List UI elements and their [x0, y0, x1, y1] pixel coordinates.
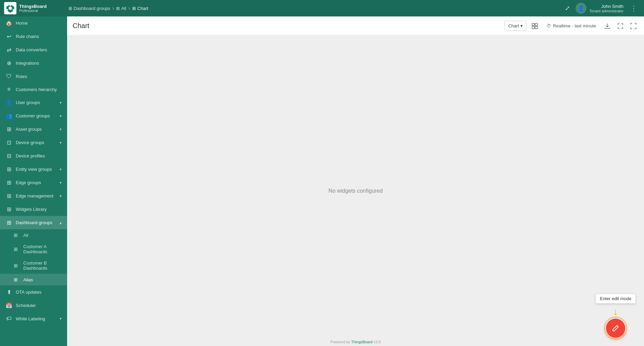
chart-dropdown-arrow-icon: ▾	[520, 23, 523, 28]
sidebar-item-device-groups[interactable]: ⊡ Device groups ▾	[0, 136, 67, 149]
app-body: 🏠 Home ↩ Rule chains ⇄ Data converters ⊕…	[0, 16, 644, 346]
chart-dropdown-label: Chart	[508, 23, 519, 28]
dashboard-area: No widgets configured Enter edit mode ↓ …	[67, 36, 644, 346]
sidebar-item-data-converters[interactable]: ⇄ Data converters	[0, 43, 67, 56]
breadcrumb: ⊞ Dashboard groups › ⊞ All › ⊞ Chart	[68, 5, 561, 11]
customer-groups-chevron: ▾	[60, 114, 62, 118]
scheduler-icon: 📅	[5, 302, 12, 309]
sidebar-item-customers-hierarchy-label: Customers hierarchy	[16, 87, 62, 92]
avatar: 👤	[576, 3, 586, 14]
svg-point-3	[13, 9, 14, 11]
sidebar-item-edge-groups[interactable]: ⊞ Edge groups ▾	[0, 176, 67, 189]
sidebar-item-user-groups-label: User groups	[16, 100, 56, 105]
sidebar-item-integrations[interactable]: ⊕ Integrations	[0, 56, 67, 70]
sidebar-item-entity-view-groups[interactable]: ⊞ Entity view groups ▾	[0, 163, 67, 176]
device-groups-chevron: ▾	[60, 140, 62, 145]
sidebar-subitem-customer-b[interactable]: ⊞ Customer B Dashboards	[0, 257, 67, 274]
sidebar-item-edge-management[interactable]: ⊞ Edge management ▾	[0, 189, 67, 203]
sidebar-item-ota-updates[interactable]: ⬆ OTA updates	[0, 285, 67, 299]
sidebar-item-entity-view-groups-label: Entity view groups	[16, 167, 56, 172]
edge-management-icon: ⊞	[5, 193, 12, 199]
sidebar-item-customers-hierarchy[interactable]: ≡ Customers hierarchy	[0, 83, 67, 96]
no-widgets-message: No widgets configured	[328, 188, 382, 194]
fab-container: Enter edit mode ↓	[595, 294, 636, 338]
sidebar-item-customer-groups-label: Customer groups	[16, 113, 56, 118]
asset-groups-chevron: ▾	[60, 127, 62, 132]
fit-screen-btn[interactable]	[615, 21, 626, 31]
entity-view-groups-icon: ⊞	[5, 166, 12, 172]
sidebar-subitem-alias[interactable]: ⊞ Alias	[0, 274, 67, 285]
sidebar-item-customer-groups[interactable]: 👥 Customer groups ▾	[0, 109, 67, 123]
sidebar-item-scheduler[interactable]: 📅 Scheduler	[0, 299, 67, 312]
svg-point-2	[10, 4, 11, 6]
chart-icon: ⊞	[132, 6, 136, 11]
ota-updates-icon: ⬆	[5, 289, 12, 295]
entity-view-groups-chevron: ▾	[60, 167, 62, 172]
sidebar-item-dashboard-groups[interactable]: ⊞ Dashboard groups ▴	[0, 216, 67, 229]
sidebar-item-asset-groups-label: Asset groups	[16, 127, 56, 132]
sidebar-item-home[interactable]: 🏠 Home	[0, 16, 67, 30]
breadcrumb-chart[interactable]: ⊞ Chart	[132, 6, 148, 11]
device-profiles-icon: ⊟	[5, 153, 12, 159]
sidebar-item-asset-groups[interactable]: ⊞ Asset groups ▾	[0, 123, 67, 136]
sidebar-item-white-labeling[interactable]: 🏷 White Labeling ▾	[0, 312, 67, 325]
sidebar-item-device-profiles-label: Device profiles	[16, 153, 62, 158]
user-area[interactable]: 👤 John Smith Tenant administrator	[576, 3, 623, 14]
data-converters-icon: ⇄	[5, 47, 12, 53]
fab-tooltip: Enter edit mode	[595, 294, 636, 304]
realtime-label: Realtime - last minute	[553, 23, 596, 28]
sidebar-item-rule-chains[interactable]: ↩ Rule chains	[0, 30, 67, 43]
svg-rect-7	[532, 26, 534, 29]
sidebar-item-dashboard-groups-label: Dashboard groups	[16, 220, 56, 225]
fab-edit-btn[interactable]	[606, 319, 625, 338]
dashboard-groups-chevron: ▴	[60, 220, 62, 225]
sidebar-subitem-all-label: All	[23, 233, 28, 238]
user-info: John Smith Tenant administrator	[589, 4, 623, 13]
sidebar-item-user-groups[interactable]: 👤 User groups ▾	[0, 96, 67, 109]
main-content: Chart Chart ▾ ⏱ Realtime - last mi	[67, 16, 644, 346]
app-name: ThingsBoard	[19, 4, 47, 9]
fab-arrow-icon: ↓	[613, 306, 618, 317]
roles-icon: 🛡	[5, 73, 12, 79]
sidebar-item-scheduler-label: Scheduler	[16, 303, 62, 308]
download-btn[interactable]	[602, 21, 613, 31]
logo-area: ThingsBoard Professional	[4, 2, 66, 14]
fullscreen-btn[interactable]	[628, 21, 639, 31]
sidebar-item-edge-groups-label: Edge groups	[16, 180, 56, 185]
sidebar-item-rule-chains-label: Rule chains	[16, 34, 62, 39]
sidebar-item-roles-label: Roles	[16, 74, 62, 79]
breadcrumb-sep-2: ›	[128, 5, 130, 11]
all-icon: ⊞	[116, 6, 120, 11]
svg-point-4	[7, 9, 8, 11]
dashboard-groups-icon: ⊞	[5, 219, 12, 226]
user-groups-icon: 👤	[5, 99, 12, 106]
sidebar-subitem-all[interactable]: ⊞ All	[0, 229, 67, 241]
customers-hierarchy-icon: ≡	[5, 86, 12, 92]
breadcrumb-dashboard-groups-label: Dashboard groups	[74, 6, 110, 11]
footer-suffix: v3.0	[372, 340, 381, 344]
sidebar-subitem-alias-label: Alias	[23, 277, 33, 282]
sidebar-item-device-profiles[interactable]: ⊟ Device profiles	[0, 149, 67, 163]
breadcrumb-all[interactable]: ⊞ All	[116, 6, 126, 11]
sidebar-subitem-customer-a[interactable]: ⊞ Customer A Dashboards	[0, 241, 67, 257]
breadcrumb-all-label: All	[121, 6, 126, 11]
home-icon: 🏠	[5, 20, 12, 26]
dashboard-settings-btn[interactable]	[529, 21, 540, 31]
breadcrumb-dashboard-groups[interactable]: ⊞ Dashboard groups	[68, 6, 110, 11]
sidebar-item-data-converters-label: Data converters	[16, 47, 62, 52]
sidebar-item-widgets-library[interactable]: ⊞ Widgets Library	[0, 203, 67, 216]
navbar-right: ⤢ 👤 John Smith Tenant administrator ⋮	[564, 3, 640, 14]
footer-link[interactable]: ThingsBoard	[351, 340, 372, 344]
footer-powered-text: Powered by	[330, 340, 351, 344]
white-labeling-chevron: ▾	[60, 316, 62, 321]
chart-dropdown-btn[interactable]: Chart ▾	[504, 21, 527, 31]
sidebar-item-roles[interactable]: 🛡 Roles	[0, 70, 67, 83]
user-groups-chevron: ▾	[60, 100, 62, 105]
realtime-btn[interactable]: ⏱ Realtime - last minute	[543, 21, 599, 30]
sidebar-item-home-label: Home	[16, 21, 62, 26]
customer-groups-icon: 👥	[5, 113, 12, 119]
rule-chains-icon: ↩	[5, 33, 12, 40]
more-menu-btn[interactable]: ⋮	[628, 3, 640, 14]
widgets-library-icon: ⊞	[5, 206, 12, 213]
expand-window-btn[interactable]: ⤢	[564, 3, 571, 13]
